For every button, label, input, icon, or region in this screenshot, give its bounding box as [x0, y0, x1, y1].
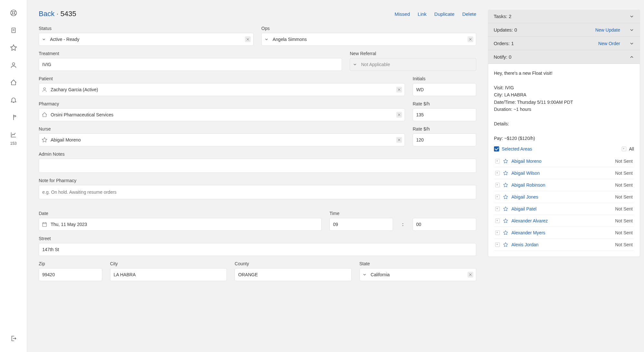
- checkbox-icon[interactable]: [495, 219, 500, 223]
- star-icon: [503, 242, 508, 247]
- bell-icon[interactable]: [10, 96, 17, 104]
- new-update-link[interactable]: New Update: [595, 27, 620, 33]
- orders-section[interactable]: Orders: 1 New Order: [488, 37, 640, 50]
- calendar-icon: [42, 221, 47, 227]
- chart-icon[interactable]: [10, 131, 17, 139]
- svg-marker-33: [503, 207, 508, 211]
- home-icon[interactable]: [10, 79, 17, 86]
- link-link[interactable]: Link: [418, 11, 427, 17]
- chevron-down-icon: [629, 14, 634, 19]
- nurse-name[interactable]: Abigail Jones: [511, 194, 538, 200]
- checkbox-icon[interactable]: [495, 171, 500, 175]
- svg-marker-30: [503, 171, 508, 175]
- city-input[interactable]: [110, 268, 227, 281]
- treatment-input[interactable]: [39, 58, 342, 71]
- nurse-name[interactable]: Alexander Myers: [511, 230, 545, 235]
- svg-marker-31: [503, 183, 508, 187]
- svg-marker-20: [42, 138, 47, 142]
- patient-label: Patient: [39, 76, 405, 81]
- treatment-label: Treatment: [39, 51, 342, 56]
- pharmacy-rate-input[interactable]: [413, 108, 476, 121]
- nurse-list-item[interactable]: Abigail MorenoNot Sent: [494, 155, 634, 167]
- checkbox-icon[interactable]: [495, 207, 500, 211]
- lifebuoy-icon[interactable]: [10, 9, 17, 17]
- nurse-list-item[interactable]: Alexander AlvarezNot Sent: [494, 215, 634, 227]
- filter-all[interactable]: All: [622, 146, 634, 152]
- note-pharmacy-label: Note for Pharmacy: [39, 178, 476, 183]
- nurse-name[interactable]: Abigail Patel: [511, 206, 537, 211]
- nurse-name[interactable]: Alexander Alvarez: [511, 218, 548, 223]
- clear-ops-icon[interactable]: [468, 36, 473, 42]
- svg-point-1: [12, 12, 15, 14]
- clipboard-icon[interactable]: [10, 26, 17, 34]
- nurse-list-item[interactable]: Alexis JordanNot Sent: [494, 239, 634, 251]
- checkbox-checked-icon[interactable]: [494, 146, 499, 152]
- county-input[interactable]: [235, 268, 351, 281]
- notify-section[interactable]: Notify: 0: [488, 50, 640, 64]
- svg-marker-29: [503, 159, 508, 163]
- city-label: City: [110, 261, 227, 266]
- checkbox-icon[interactable]: [495, 159, 500, 163]
- nurse-list-item[interactable]: Abigail WilsonNot Sent: [494, 167, 634, 179]
- nurse-input[interactable]: Abigail Moreno: [39, 133, 405, 146]
- checkbox-icon[interactable]: [495, 183, 500, 187]
- duplicate-link[interactable]: Duplicate: [434, 11, 455, 17]
- tasks-section[interactable]: Tasks: 2: [488, 10, 640, 23]
- clear-status-icon[interactable]: [245, 36, 251, 42]
- checkbox-icon[interactable]: [495, 230, 500, 235]
- chevron-down-icon: [362, 272, 367, 277]
- new-order-link[interactable]: New Order: [598, 41, 620, 46]
- status-select[interactable]: Active - Ready: [39, 33, 254, 46]
- checkbox-icon[interactable]: [622, 147, 626, 151]
- filter-selected-areas[interactable]: Selected Areas: [494, 146, 532, 152]
- chevron-down-icon: [629, 27, 634, 33]
- missed-link[interactable]: Missed: [395, 11, 410, 17]
- chevron-up-icon: [629, 54, 634, 60]
- patient-input[interactable]: Zachary Garcia (Active): [39, 83, 405, 96]
- logout-icon[interactable]: [10, 335, 17, 342]
- signpost-icon[interactable]: [10, 113, 17, 121]
- admin-notes-input[interactable]: [39, 159, 476, 173]
- state-label: State: [359, 261, 476, 266]
- nurse-name[interactable]: Abigail Robinson: [511, 182, 545, 188]
- nurse-list-item[interactable]: Abigail RobinsonNot Sent: [494, 179, 634, 191]
- note-pharmacy-input[interactable]: [39, 185, 476, 199]
- pharmacy-rate-label: Rate $/h: [413, 101, 476, 106]
- zip-input[interactable]: [39, 268, 102, 281]
- nurse-name[interactable]: Alexis Jordan: [511, 242, 538, 247]
- new-referral-label: New Referral: [350, 51, 476, 56]
- date-input[interactable]: Thu, 11 May 2023: [39, 218, 322, 231]
- checkbox-icon[interactable]: [495, 242, 500, 247]
- updates-section[interactable]: Updates: 0 New Update: [488, 23, 640, 37]
- new-referral-select[interactable]: Not Applicable: [350, 58, 476, 71]
- date-label: Date: [39, 211, 322, 216]
- time-minute-input[interactable]: [413, 218, 476, 231]
- street-input[interactable]: [39, 243, 476, 256]
- checkbox-icon[interactable]: [495, 195, 500, 199]
- clear-patient-icon[interactable]: [396, 87, 402, 93]
- user-icon[interactable]: [10, 61, 17, 69]
- delete-link[interactable]: Delete: [462, 11, 476, 17]
- svg-line-3: [14, 14, 15, 15]
- star-icon[interactable]: [10, 44, 17, 52]
- chevron-down-icon: [629, 41, 634, 46]
- back-link[interactable]: Back: [39, 10, 55, 18]
- nurse-list: Abigail MorenoNot SentAbigail WilsonNot …: [494, 155, 634, 251]
- time-hour-input[interactable]: [329, 218, 393, 231]
- svg-marker-32: [503, 195, 508, 199]
- star-icon: [42, 137, 47, 143]
- nurse-rate-input[interactable]: [413, 133, 476, 146]
- nurse-status: Not Sent: [615, 159, 633, 164]
- nurse-name[interactable]: Abigail Moreno: [511, 159, 541, 164]
- nurse-name[interactable]: Abigail Wilson: [511, 171, 540, 176]
- clear-nurse-icon[interactable]: [396, 137, 402, 143]
- state-select[interactable]: California: [359, 268, 476, 281]
- nurse-list-item[interactable]: Abigail PatelNot Sent: [494, 203, 634, 215]
- nurse-list-item[interactable]: Abigail JonesNot Sent: [494, 191, 634, 203]
- ops-select[interactable]: Angela Simmons: [261, 33, 476, 46]
- initials-input[interactable]: [413, 83, 476, 96]
- pharmacy-input[interactable]: Orsini Pharmaceutical Services: [39, 108, 405, 121]
- clear-pharmacy-icon[interactable]: [396, 112, 402, 118]
- nurse-list-item[interactable]: Alexander MyersNot Sent: [494, 227, 634, 239]
- clear-state-icon[interactable]: [468, 272, 473, 278]
